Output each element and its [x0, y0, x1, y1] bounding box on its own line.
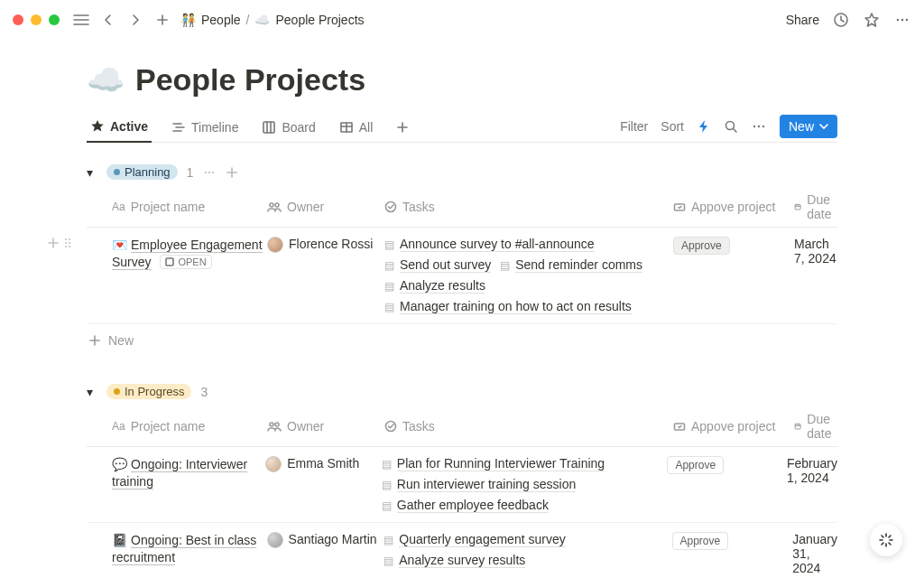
col-due-label: Due date	[807, 192, 837, 221]
view-tab-board[interactable]: Board	[258, 115, 319, 142]
project-name[interactable]: Ongoing: Best in class recruitment	[112, 533, 256, 565]
add-view-button[interactable]	[393, 116, 412, 141]
project-name[interactable]: Ongoing: Interviewer training	[112, 457, 247, 489]
back-icon[interactable]	[99, 11, 117, 29]
new-row-button[interactable]: New	[87, 324, 837, 348]
svg-point-13	[270, 203, 273, 207]
cell-due[interactable]: February 1, 2024	[787, 456, 837, 485]
open-page-chip[interactable]: OPEN	[160, 255, 211, 269]
cell-tasks[interactable]: ▤Announce survey to #all-announce ▤Send …	[384, 237, 673, 314]
more-icon[interactable]	[893, 11, 911, 29]
group-header-in-progress[interactable]: ▾ In Progress 3	[87, 384, 837, 399]
close-window[interactable]	[13, 14, 23, 25]
table-row[interactable]: 💬Ongoing: Interviewer training Emma Smit…	[87, 447, 837, 523]
ai-assist-button[interactable]	[870, 524, 902, 556]
approve-button[interactable]: Approve	[673, 237, 730, 255]
svg-point-18	[65, 238, 67, 240]
maximize-window[interactable]	[49, 14, 60, 25]
task-chip[interactable]: ▤Analyze survey results	[383, 553, 525, 568]
svg-point-7	[753, 125, 755, 126]
automation-icon[interactable]	[697, 119, 711, 134]
col-tasks[interactable]: Tasks	[384, 419, 673, 434]
col-tasks[interactable]: Tasks	[384, 200, 673, 214]
cell-project[interactable]: 💬Ongoing: Interviewer training	[112, 456, 265, 490]
task-chip[interactable]: ▤Send out survey	[384, 257, 491, 273]
cell-approve[interactable]: Approve	[672, 532, 793, 550]
group-count: 3	[200, 385, 208, 399]
cell-approve[interactable]: Approve	[673, 237, 794, 255]
collapse-icon[interactable]: ▾	[87, 385, 97, 399]
collapse-icon[interactable]: ▾	[87, 165, 97, 180]
new-button[interactable]: New	[780, 115, 837, 138]
view-tab-all-label: All	[359, 120, 374, 135]
more-options-icon[interactable]	[751, 118, 767, 135]
task-chip[interactable]: ▤Quarterly engagement survey	[383, 532, 565, 547]
drag-handle-icon[interactable]	[63, 237, 72, 249]
cell-owner[interactable]: Florence Rossi	[267, 237, 384, 253]
updates-icon[interactable]	[832, 11, 850, 29]
cell-due[interactable]: January 31, 2024	[792, 532, 837, 575]
breadcrumb-current[interactable]: People Projects	[275, 13, 364, 27]
add-row-icon[interactable]	[47, 237, 60, 249]
page: ☁️ People Projects Active Timeline Board	[0, 40, 924, 578]
new-row-label: New	[108, 333, 134, 348]
task-chip[interactable]: ▤Manager training on how to act on resul…	[384, 299, 632, 314]
page-icon[interactable]: ☁️	[87, 61, 125, 98]
table-row[interactable]: 💌Employee Engagement Survey OPEN Florenc…	[87, 228, 837, 324]
sort-button[interactable]: Sort	[661, 119, 684, 134]
col-project[interactable]: Aa Project name	[112, 200, 267, 214]
col-approve[interactable]: Appove project	[673, 200, 794, 214]
col-due[interactable]: Due date	[794, 412, 837, 441]
share-button[interactable]: Share	[786, 13, 819, 27]
view-tab-active[interactable]: Active	[87, 114, 152, 143]
task-chip[interactable]: ▤Analyze results	[384, 278, 485, 294]
cell-project[interactable]: 💌Employee Engagement Survey OPEN	[112, 237, 267, 271]
col-due[interactable]: Due date	[794, 192, 837, 221]
col-owner[interactable]: Owner	[267, 419, 384, 434]
status-pill-in-progress[interactable]: In Progress	[106, 384, 191, 399]
cell-owner[interactable]: Santiago Martin	[267, 532, 384, 548]
svg-point-23	[69, 246, 70, 247]
cell-project[interactable]: 📓Ongoing: Best in class recruitment	[112, 532, 267, 566]
avatar	[267, 532, 283, 548]
col-approve[interactable]: Appove project	[673, 419, 794, 434]
svg-point-2	[901, 19, 904, 22]
page-icon: ▤	[384, 238, 394, 251]
cell-due[interactable]: March 7, 2024	[794, 237, 837, 266]
window-controls	[13, 14, 60, 25]
people-icon	[267, 201, 282, 212]
col-approve-label: Appove project	[691, 200, 775, 214]
col-owner[interactable]: Owner	[267, 200, 384, 214]
button-icon	[673, 420, 686, 433]
task-chip[interactable]: ▤Send reminder comms	[500, 257, 642, 273]
task-chip[interactable]: ▤Run interviewer training session	[382, 477, 576, 492]
cell-owner[interactable]: Emma Smith	[265, 456, 382, 472]
group-add-icon[interactable]	[226, 166, 238, 179]
cell-approve[interactable]: Approve	[667, 456, 787, 474]
approve-button[interactable]: Approve	[667, 456, 724, 474]
view-tab-timeline[interactable]: Timeline	[168, 115, 242, 142]
breadcrumb[interactable]: 🧑‍🤝‍🧑 People / ☁️ People Projects	[180, 13, 365, 27]
forward-icon[interactable]	[126, 11, 144, 29]
task-chip[interactable]: ▤Plan for Running Interviewer Training	[382, 456, 605, 471]
page-title[interactable]: People Projects	[135, 62, 365, 98]
task-chip[interactable]: ▤Announce survey to #all-announce	[384, 237, 595, 252]
minimize-window[interactable]	[31, 14, 42, 25]
sidebar-toggle-icon[interactable]	[72, 11, 90, 29]
table-row[interactable]: 📓Ongoing: Best in class recruitment Sant…	[87, 523, 837, 578]
cell-tasks[interactable]: ▤Plan for Running Interviewer Training ▤…	[382, 456, 668, 513]
new-tab-icon[interactable]	[153, 11, 171, 29]
cell-tasks[interactable]: ▤Quarterly engagement survey ▤Analyze su…	[383, 532, 671, 568]
group-more-icon[interactable]	[202, 165, 217, 180]
status-pill-planning[interactable]: Planning	[106, 164, 178, 180]
task-chip[interactable]: ▤Gather employee feedback	[382, 498, 549, 513]
search-icon[interactable]	[724, 119, 738, 134]
group-header-planning[interactable]: ▾ Planning 1	[87, 164, 837, 180]
col-project[interactable]: AaProject name	[112, 419, 267, 434]
text-icon: Aa	[112, 200, 125, 213]
view-tab-all[interactable]: All	[336, 115, 377, 142]
breadcrumb-parent[interactable]: People	[201, 13, 241, 27]
filter-button[interactable]: Filter	[620, 119, 648, 134]
favorite-icon[interactable]	[863, 11, 881, 29]
approve-button[interactable]: Approve	[672, 532, 729, 550]
